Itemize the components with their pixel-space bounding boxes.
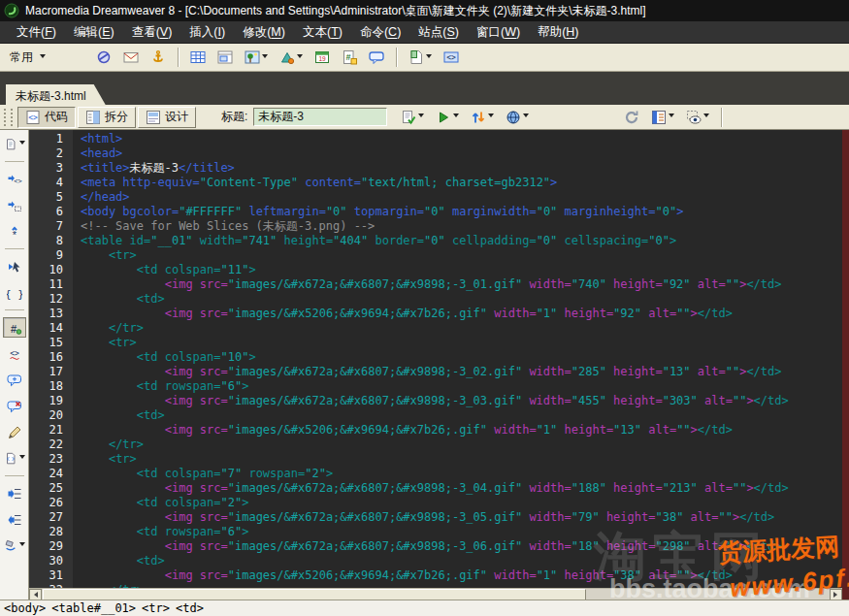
named-anchor-icon[interactable] <box>147 47 170 68</box>
line-number[interactable]: 15 <box>29 336 63 350</box>
code-line[interactable]: <td colspan="7" rowspan="2"> <box>81 467 842 481</box>
menu-text[interactable]: 文本(T) <box>294 21 351 44</box>
line-number[interactable]: 8 <box>29 234 63 248</box>
line-number[interactable]: 7 <box>29 219 63 234</box>
email-link-icon[interactable] <box>119 47 143 68</box>
date-icon[interactable]: 19 <box>310 47 334 68</box>
balance-braces-icon[interactable]: { } <box>3 282 26 303</box>
code-view-button[interactable]: <>代码 <box>17 107 76 128</box>
table-icon[interactable] <box>186 47 210 68</box>
code-line[interactable]: <img src="images/&#x672a;&#x6807;&#x9898… <box>81 277 842 292</box>
validate-markup-icon[interactable] <box>397 107 428 128</box>
file-management-icon[interactable] <box>467 107 498 128</box>
highlight-invalid-code-icon[interactable]: <> <box>3 343 26 364</box>
line-number[interactable]: 24 <box>29 467 63 481</box>
line-number[interactable]: 17 <box>29 365 63 379</box>
hyperlink-icon[interactable] <box>92 47 115 68</box>
line-number[interactable]: 25 <box>29 481 63 496</box>
code-line[interactable]: <td> <box>81 408 842 423</box>
document-title-input[interactable] <box>253 108 387 126</box>
line-number[interactable]: 26 <box>29 496 63 510</box>
code-line[interactable]: <img src="images/&#x5206;&#x9694;&#x7b26… <box>81 568 842 583</box>
line-number[interactable]: 9 <box>29 248 63 263</box>
line-number[interactable]: 22 <box>29 438 63 452</box>
line-number-gutter[interactable]: 1234567891011121314151617181920212223242… <box>29 130 73 588</box>
code-line[interactable]: <img src="images/&#x672a;&#x6807;&#x9898… <box>81 510 842 525</box>
apply-comment-icon[interactable] <box>3 370 26 390</box>
menu-view[interactable]: 查看(V) <box>123 21 181 44</box>
line-number[interactable]: 11 <box>29 277 63 292</box>
media-icon[interactable] <box>276 47 307 68</box>
code-line[interactable]: </tr> <box>81 438 842 452</box>
code-line[interactable]: <td colspan="2"> <box>81 496 842 510</box>
comment-icon[interactable] <box>365 47 388 68</box>
line-number[interactable]: 29 <box>29 539 63 554</box>
code-line[interactable]: <td> <box>81 554 842 568</box>
code-line[interactable]: <meta http-equiv="Content-Type" content=… <box>81 176 842 190</box>
remove-comment-icon[interactable] <box>3 396 26 416</box>
view-options-icon[interactable] <box>647 107 678 128</box>
line-number[interactable]: 13 <box>29 307 63 321</box>
code-editor[interactable]: <html><head><title>未标题-3</title><meta ht… <box>73 130 842 588</box>
code-line[interactable]: <td> <box>81 292 842 307</box>
toolbar-grip[interactable] <box>4 109 13 126</box>
code-line[interactable]: <img src="images/&#x5206;&#x9694;&#x7b26… <box>81 423 842 438</box>
menu-insert[interactable]: 插入(I) <box>180 21 234 44</box>
line-number[interactable]: 27 <box>29 510 63 525</box>
outdent-code-icon[interactable] <box>3 509 26 530</box>
code-line[interactable]: <html> <box>81 132 842 146</box>
code-line[interactable]: <img src="images/&#x672a;&#x6807;&#x9898… <box>81 394 842 408</box>
line-number[interactable]: 2 <box>29 146 63 161</box>
code-line[interactable]: <img src="images/&#x5206;&#x9694;&#x7b26… <box>81 307 842 321</box>
code-line[interactable]: </tr> <box>81 321 842 336</box>
refresh-icon[interactable] <box>620 107 643 128</box>
preview-in-browser-icon[interactable] <box>502 107 533 128</box>
tag-selector-td[interactable]: <td> <box>176 601 204 615</box>
line-numbers-icon[interactable]: # <box>3 317 26 338</box>
menu-edit[interactable]: 编辑(E) <box>65 21 123 44</box>
line-number[interactable]: 5 <box>29 190 63 205</box>
menu-help[interactable]: 帮助(H) <box>529 21 587 44</box>
code-line[interactable]: <td rowspan="6"> <box>81 525 842 539</box>
line-number[interactable]: 20 <box>29 408 63 423</box>
indent-code-icon[interactable] <box>3 483 26 503</box>
menu-file[interactable]: 文件(F) <box>8 21 65 44</box>
code-line[interactable]: </head> <box>81 190 842 205</box>
code-line[interactable]: <body bgcolor="#FFFFFF" leftmargin="0" t… <box>81 205 842 219</box>
code-line[interactable]: <tr> <box>81 452 842 467</box>
code-line[interactable]: <title>未标题-3</title> <box>81 161 842 176</box>
menu-window[interactable]: 窗口(W) <box>468 21 529 44</box>
tag-chooser-icon[interactable]: <> <box>440 47 463 68</box>
code-line[interactable]: <table id="__01" width="741" height="404… <box>81 234 842 248</box>
code-line[interactable]: <head> <box>81 146 842 161</box>
tag-selector-tr[interactable]: <tr> <box>142 601 170 615</box>
open-documents-icon[interactable] <box>3 134 26 154</box>
collapse-selection-icon[interactable] <box>3 195 26 215</box>
line-number[interactable]: 30 <box>29 554 63 568</box>
code-line[interactable]: <!-- Save for Web Slices (未标题-3.png) --> <box>81 219 842 234</box>
insert-category-dropdown[interactable]: 常用 <box>10 49 46 66</box>
line-number[interactable]: 6 <box>29 205 63 219</box>
line-number[interactable]: 1 <box>29 132 63 146</box>
format-source-code-icon[interactable] <box>3 535 26 556</box>
expand-all-icon[interactable]: * <box>3 221 26 242</box>
line-number[interactable]: 12 <box>29 292 63 307</box>
line-number[interactable]: 31 <box>29 568 63 583</box>
code-line[interactable]: <tr> <box>81 336 842 350</box>
line-number[interactable]: 14 <box>29 321 63 336</box>
code-line[interactable]: <td colspan="10"> <box>81 350 842 365</box>
menu-site[interactable]: 站点(S) <box>409 21 468 44</box>
wrap-tag-icon[interactable] <box>3 422 26 442</box>
recent-snippets-icon[interactable] <box>3 448 26 469</box>
tag-selector-body[interactable]: <body> <box>4 601 46 615</box>
code-line[interactable]: <td colspan="11"> <box>81 263 842 277</box>
line-number[interactable]: 16 <box>29 350 63 365</box>
preview-debug-icon[interactable] <box>432 107 463 128</box>
tab-untitled-3[interactable]: 未标题-3.html <box>6 84 106 105</box>
line-number[interactable]: 4 <box>29 176 63 190</box>
line-number[interactable]: 28 <box>29 525 63 539</box>
line-number[interactable]: 23 <box>29 452 63 467</box>
code-line[interactable]: <img src="images/&#x672a;&#x6807;&#x9898… <box>81 481 842 496</box>
code-line[interactable]: <img src="images/&#x672a;&#x6807;&#x9898… <box>81 539 842 554</box>
line-number[interactable]: 21 <box>29 423 63 438</box>
